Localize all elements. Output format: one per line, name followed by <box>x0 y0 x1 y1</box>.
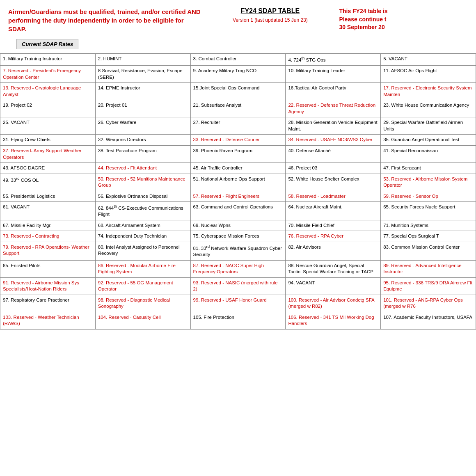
table-cell: 47. First Sergeant <box>381 163 476 174</box>
table-cell: 49. 33rd COS OL <box>0 174 96 191</box>
table-cell: 55. Presidential Logistics <box>0 191 96 202</box>
table-cell: 44. Reserved - Flt Attendant <box>95 163 190 174</box>
table-row: 19. Project 0220. Project 0121. Subsurfa… <box>0 100 476 117</box>
table-cell: 41. Special Reconnaissan <box>381 145 476 162</box>
table-cell: 32. Weapons Directors <box>95 135 190 146</box>
table-cell: 19. Project 02 <box>0 100 96 117</box>
table-row: 43. AFSOC DAGRE44. Reserved - Flt Attend… <box>0 163 476 174</box>
table-cell: 31. Flying Crew Chiefs <box>0 135 96 146</box>
table-cell: 43. AFSOC DAGRE <box>0 163 96 174</box>
table-cell: 106. Reserved - 341 TS Mil Working Dog H… <box>286 312 381 329</box>
table-cell: 45. Air Traffic Controller <box>190 163 286 174</box>
table-cell: 61. VACANT <box>0 202 96 220</box>
table-row: 97. Respiratory Care Practioner98. Reser… <box>0 295 476 312</box>
table-cell: 63. Command and Control Operations <box>190 202 286 220</box>
table-cell: 17. Reserved - Electronic Security Syste… <box>381 83 476 100</box>
table-row: 67. Missile Facility Mgr.68. Aircraft Ar… <box>0 220 476 231</box>
table-cell: 86. Reserved - Modular Airborne Fire Fig… <box>95 260 190 277</box>
table-row: 61. VACANT62. 844th CS-Executive Communi… <box>0 202 476 220</box>
table-cell: 56. Explosive Ordnance Disposal <box>95 191 190 202</box>
table-cell: 71. Munition Systems <box>381 220 476 231</box>
table-row: 103. Reserved - Weather Technician (RAWS… <box>0 312 476 329</box>
table-cell: 29. Special Warfare-Battlefield Airmen U… <box>381 117 476 135</box>
table-cell: 4. 724th STG Ops <box>286 54 381 66</box>
table-cell: 62. 844th CS-Executive Communications Fl… <box>95 202 190 220</box>
table-cell: 97. Respiratory Care Practioner <box>0 295 96 312</box>
table-cell: 14. EPME Instructor <box>95 83 190 100</box>
table-cell: 58. Reserved - Loadmaster <box>286 191 381 202</box>
table-cell: 40. Defense Attaché <box>286 145 381 162</box>
table-cell: 95. Reserved - 336 TRS/9 DRA Aircrew Flt… <box>381 277 476 295</box>
sdap-table: 1. Military Training Instructor2. HUMINT… <box>0 53 476 330</box>
table-cell: 107. Academic Faculty Instructors, USAFA <box>381 312 476 329</box>
table-cell: 27. Recruiter <box>190 117 286 135</box>
version-text: Version 1 (last updated 15 Jun 23) <box>206 17 335 23</box>
table-cell: 81. 33rd Network Warfare Squadron Cyber … <box>190 242 286 260</box>
table-row: 31. Flying Crew Chiefs32. Weapons Direct… <box>0 135 476 146</box>
header-center: FY24 SDAP TABLE Version 1 (last updated … <box>206 7 335 23</box>
table-cell: 10. Military Training Leader <box>286 66 381 83</box>
table-cell: 34. Reserved - USAFE NC3/WS3 Cyber <box>286 135 381 146</box>
table-cell: 21. Subsurface Analyst <box>190 100 286 117</box>
table-row: 7. Reserved - President's Emergency Oper… <box>0 66 476 83</box>
table-cell: 79. Reserved - RPA Operations- Weather S… <box>0 242 96 260</box>
table-cell: 9. Academy Military Trng NCO <box>190 66 286 83</box>
table-row: 55. Presidential Logistics56. Explosive … <box>0 191 476 202</box>
table-cell: 103. Reserved - Weather Technician (RAWS… <box>0 312 96 329</box>
table-cell: 83. Common Mission Control Center <box>381 242 476 260</box>
table-cell: 23. White House Communication Agency <box>381 100 476 117</box>
page-header: Airmen/Guardians must be qualified, trai… <box>0 0 476 37</box>
table-cell: 13. Reserved - Cryptologic Language Anal… <box>0 83 96 100</box>
fy24-notice: This FY24 table isPlease continue t30 Se… <box>339 8 387 30</box>
table-cell: 38. Test Parachute Program <box>95 145 190 162</box>
table-cell: 8 Survival, Resistance, Evasion, Escape … <box>95 66 190 83</box>
table-cell: 74. Independent Duty Technician <box>95 231 190 242</box>
table-cell: 77. Special Ops Surgical T <box>381 231 476 242</box>
table-cell: 98. Reserved - Diagnostic Medical Sonogr… <box>95 295 190 312</box>
table-cell: 1. Military Training Instructor <box>0 54 96 66</box>
table-cell: 37. Reserved- Army Support Weather Opera… <box>0 145 96 162</box>
table-cell: 100. Reserved - Air Advisor Condctg SFA … <box>286 295 381 312</box>
table-cell: 93. Reserved - NASIC (merged with rule 2… <box>190 277 286 295</box>
table-cell: 20. Project 01 <box>95 100 190 117</box>
table-cell: 22. Reserved - Defense Threat Reduction … <box>286 100 381 117</box>
table-cell: 52. White House Shelter Complex <box>286 174 381 191</box>
table-row: 1. Military Training Instructor2. HUMINT… <box>0 54 476 66</box>
table-cell: 67. Missile Facility Mgr. <box>0 220 96 231</box>
table-cell: 51. National Airborne Ops Support <box>190 174 286 191</box>
table-cell: 25. VACANT <box>0 117 96 135</box>
table-cell: 15.Joint Special Ops Command <box>190 83 286 100</box>
table-cell: 94. VACANT <box>286 277 381 295</box>
table-cell: 70. Missile Field Chief <box>286 220 381 231</box>
table-cell: 50. Reserved - 52 Munitions Maintenance … <box>95 174 190 191</box>
table-row: 85. Enlisted Pilots86. Reserved - Modula… <box>0 260 476 277</box>
table-cell: 39. Phoenix Raven Program <box>190 145 286 162</box>
table-cell: 82. Air Advisors <box>286 242 381 260</box>
table-cell: 89. Reserved - Advanced Intelligence Ins… <box>381 260 476 277</box>
table-row: 79. Reserved - RPA Operations- Weather S… <box>0 242 476 260</box>
table-cell: 57. Reserved - Flight Engineers <box>190 191 286 202</box>
table-cell: 105. Fire Protection <box>190 312 286 329</box>
table-cell: 28. Mission Generation Vehicle-Equipment… <box>286 117 381 135</box>
table-row: 13. Reserved - Cryptologic Language Anal… <box>0 83 476 100</box>
table-cell: 3. Combat Controller <box>190 54 286 66</box>
table-cell: 104. Reserved - Casualty Cell <box>95 312 190 329</box>
header-left-text: Airmen/Guardians must be qualified, trai… <box>8 7 201 33</box>
eligibility-text: Airmen/Guardians must be qualified, trai… <box>8 8 201 32</box>
table-cell: 46. Project 03 <box>286 163 381 174</box>
table-cell: 11. AFSOC Air Ops Flight <box>381 66 476 83</box>
table-row: 37. Reserved- Army Support Weather Opera… <box>0 145 476 162</box>
table-cell: 80. Intel Analyst Assigned to Personnel … <box>95 242 190 260</box>
table-cell: 88. Rescue Guardian Angel, Special Tacti… <box>286 260 381 277</box>
current-rates-container: Current SDAP Rates <box>0 37 476 53</box>
table-cell: 68. Aircraft Armament System <box>95 220 190 231</box>
table-cell: 26. Cyber Warfare <box>95 117 190 135</box>
table-cell: 59. Reserved - Sensor Op <box>381 191 476 202</box>
header-right-text: This FY24 table isPlease continue t30 Se… <box>339 7 468 32</box>
table-row: 91. Reserved - Airborne Mission Sys Spec… <box>0 277 476 295</box>
table-row: 73. Reserved - Contracting74. Independen… <box>0 231 476 242</box>
table-cell: 69. Nuclear Wpns <box>190 220 286 231</box>
table-row: 49. 33rd COS OL50. Reserved - 52 Munitio… <box>0 174 476 191</box>
table-cell: 87. Reserved - NAOC Super High Frequency… <box>190 260 286 277</box>
table-title: FY24 SDAP TABLE <box>206 7 335 15</box>
